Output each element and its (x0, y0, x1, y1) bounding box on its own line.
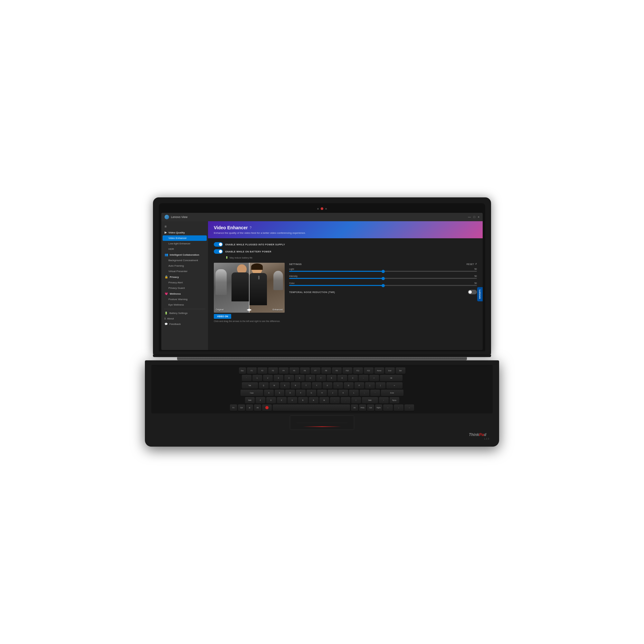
key-f6[interactable]: F6 (300, 367, 310, 374)
key-7[interactable]: 7 (316, 375, 326, 381)
key-9[interactable]: 9 (337, 375, 347, 381)
key-n[interactable]: N (309, 397, 318, 403)
key-backspace[interactable]: ⌫ (380, 375, 403, 381)
sidebar-item-auto-framing[interactable]: Auto Framing (161, 263, 208, 269)
key-s[interactable]: S (275, 390, 284, 396)
key-e[interactable]: E (280, 382, 290, 389)
key-capslock[interactable]: Caps (241, 390, 263, 396)
sidebar-item-low-light-enhancer[interactable]: Low-light Enhancer (161, 241, 208, 246)
key-pgup[interactable]: PgUp (390, 397, 399, 403)
key-a[interactable]: A (264, 390, 274, 396)
key-pgdn[interactable]: PgDn (375, 404, 382, 411)
key-trackpoint-btn[interactable] (262, 404, 272, 411)
video-divider[interactable] (249, 263, 250, 313)
key-f9[interactable]: F9 (332, 367, 342, 374)
sidebar-section-intelligent-collaboration[interactable]: 👥 Intelligent Collaboration (161, 252, 208, 258)
trackpoint[interactable] (265, 406, 269, 409)
minimize-button[interactable]: — (468, 215, 471, 219)
sidebar-item-hdr[interactable]: HDR (161, 246, 208, 252)
key-4[interactable]: 4 (284, 375, 294, 381)
key-f3[interactable]: F3 (268, 367, 278, 374)
key-g[interactable]: G (307, 390, 316, 396)
key-c[interactable]: C (277, 397, 287, 403)
close-button[interactable]: × (478, 215, 479, 219)
key-open-bracket[interactable]: [ (365, 382, 375, 389)
key-3[interactable]: 3 (274, 375, 283, 381)
key-0[interactable]: 0 (348, 375, 358, 381)
key-tab[interactable]: Tab (242, 382, 258, 389)
key-alt-left[interactable]: Alt (254, 404, 261, 411)
key-r[interactable]: R (291, 382, 300, 389)
key-w[interactable]: W (270, 382, 279, 389)
intensity-slider-track[interactable] (289, 278, 477, 279)
key-y[interactable]: Y (312, 382, 322, 389)
touchpad[interactable] (290, 415, 354, 430)
drag-arrows[interactable]: ◀▶ (247, 308, 252, 311)
sidebar-section-privacy[interactable]: 🔒 Privacy (161, 274, 208, 280)
key-u[interactable]: U (323, 382, 332, 389)
key-enter[interactable]: ↵ (386, 382, 403, 389)
key-8[interactable]: 8 (327, 375, 336, 381)
key-fn[interactable]: Fn (230, 404, 237, 411)
key-b[interactable]: B (298, 397, 308, 403)
key-j[interactable]: J (328, 390, 337, 396)
key-f10[interactable]: F10 (343, 367, 352, 374)
sidebar-item-privacy-guard[interactable]: Privacy Guard (161, 285, 208, 291)
maximize-button[interactable]: □ (473, 215, 475, 219)
key-prtsc[interactable]: PrtSc (359, 404, 366, 411)
key-d[interactable]: D (285, 390, 295, 396)
light-slider-thumb[interactable] (382, 270, 385, 273)
battery-toggle[interactable] (214, 249, 223, 254)
key-i[interactable]: I (333, 382, 343, 389)
color-slider-thumb[interactable] (382, 284, 385, 287)
sidebar-item-privacy-alert[interactable]: Privacy Alert (161, 280, 208, 285)
key-up[interactable]: ↑ (379, 397, 389, 403)
key-k[interactable]: K (338, 390, 348, 396)
key-esc[interactable]: Esc (239, 367, 246, 374)
key-t[interactable]: T (301, 382, 311, 389)
key-minus[interactable]: - (359, 375, 368, 381)
key-5[interactable]: 5 (295, 375, 305, 381)
key-m[interactable]: M (319, 397, 329, 403)
key-f2[interactable]: F2 (258, 367, 267, 374)
sidebar-item-background-concealment[interactable]: Background Concealment (161, 258, 208, 263)
key-end[interactable]: End (385, 367, 395, 374)
key-home[interactable]: Home (374, 367, 384, 374)
hamburger-menu[interactable]: ≡ (161, 223, 208, 230)
sidebar-item-feedback[interactable]: 💬 Feedback (161, 321, 208, 327)
key-semicolon[interactable]: ; (360, 390, 369, 396)
sidebar-item-eye-wellness[interactable]: Eye Wellness (161, 302, 208, 308)
key-f7[interactable]: F7 (311, 367, 320, 374)
key-x[interactable]: X (266, 397, 276, 403)
sidebar-item-virtual-presenter[interactable]: Virtual Presenter (161, 269, 208, 274)
key-f[interactable]: F (296, 390, 306, 396)
key-l[interactable]: L (349, 390, 359, 396)
key-space[interactable] (273, 404, 350, 411)
color-slider-track[interactable] (289, 285, 477, 286)
tnr-toggle[interactable] (468, 290, 477, 294)
reset-button[interactable]: RESET ↺ (467, 263, 477, 265)
key-down[interactable]: ↓ (394, 404, 403, 411)
key-shift-left[interactable]: Shift (245, 397, 255, 403)
key-win[interactable]: ⊞ (246, 404, 253, 411)
key-z[interactable]: Z (256, 397, 265, 403)
key-backtick[interactable]: ` (242, 375, 251, 381)
key-comma[interactable]: , (330, 397, 340, 403)
sidebar-item-battery-settings[interactable]: 🔋 Battery Settings (161, 310, 208, 316)
key-right[interactable]: → (404, 404, 414, 411)
intensity-slider-thumb[interactable] (382, 277, 385, 280)
key-f12[interactable]: F12 (364, 367, 374, 374)
key-2[interactable]: 2 (263, 375, 273, 381)
video-on-button[interactable]: VIDEO ON (214, 314, 231, 319)
key-f4[interactable]: F4 (279, 367, 289, 374)
sidebar-section-video-quality[interactable]: ▶ Video Quality (161, 230, 208, 235)
key-close-bracket[interactable]: ] (376, 382, 385, 389)
key-ctrl-left[interactable]: Ctrl (238, 404, 245, 411)
sidebar-item-video-enhancer[interactable]: Video Enhancer (163, 235, 207, 241)
key-alt-right[interactable]: Alt (351, 404, 358, 411)
key-f5[interactable]: F5 (289, 367, 299, 374)
key-ctrl-right[interactable]: Ctrl (367, 404, 374, 411)
title-bar-controls[interactable]: — □ × (468, 215, 479, 219)
key-f1[interactable]: F1 (247, 367, 257, 374)
key-q[interactable]: Q (259, 382, 269, 389)
